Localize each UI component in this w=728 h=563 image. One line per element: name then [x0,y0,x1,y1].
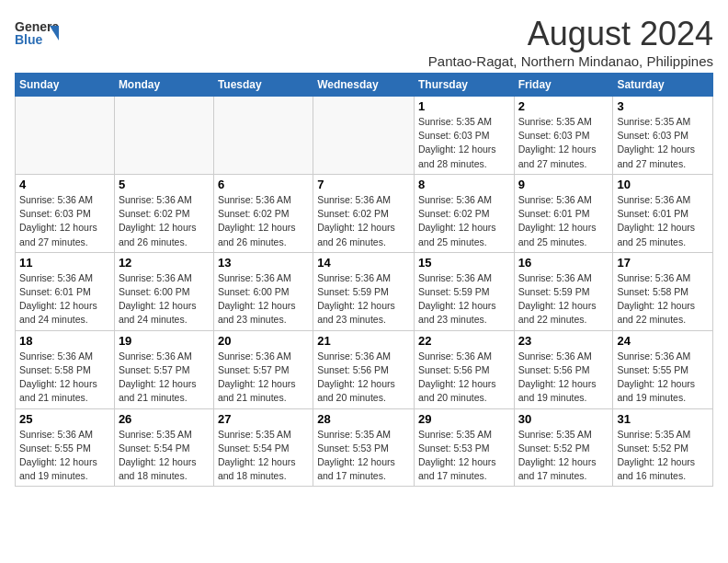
day-info: Sunrise: 5:36 AM Sunset: 6:03 PM Dayligh… [19,193,110,249]
logo: General Blue [15,15,59,53]
day-number: 5 [119,178,210,191]
day-number: 29 [418,412,510,426]
day-number: 12 [119,256,210,270]
day-info: Sunrise: 5:36 AM Sunset: 6:01 PM Dayligh… [617,193,709,249]
day-info: Sunrise: 5:35 AM Sunset: 6:03 PM Dayligh… [418,115,510,171]
calendar-cell: 2Sunrise: 5:35 AM Sunset: 6:03 PM Daylig… [514,97,613,175]
day-number: 10 [617,178,709,191]
calendar-cell: 20Sunrise: 5:36 AM Sunset: 5:57 PM Dayli… [213,330,313,408]
day-info: Sunrise: 5:36 AM Sunset: 5:58 PM Dayligh… [19,350,110,406]
calendar-cell: 12Sunrise: 5:36 AM Sunset: 6:00 PM Dayli… [114,252,213,330]
month-year: August 2024 [428,15,713,53]
day-info: Sunrise: 5:35 AM Sunset: 6:03 PM Dayligh… [518,115,609,171]
day-info: Sunrise: 5:36 AM Sunset: 5:56 PM Dayligh… [317,350,410,406]
day-number: 11 [19,256,110,270]
calendar-cell: 30Sunrise: 5:35 AM Sunset: 5:52 PM Dayli… [514,408,613,487]
day-info: Sunrise: 5:36 AM Sunset: 5:58 PM Dayligh… [617,271,709,327]
day-number: 4 [19,178,110,191]
day-info: Sunrise: 5:35 AM Sunset: 6:03 PM Dayligh… [617,115,709,171]
day-number: 22 [418,334,510,348]
weekday-header-friday: Friday [514,74,613,97]
day-number: 28 [317,412,410,426]
day-number: 7 [317,178,410,191]
calendar-cell: 10Sunrise: 5:36 AM Sunset: 6:01 PM Dayli… [613,174,713,252]
day-info: Sunrise: 5:36 AM Sunset: 6:01 PM Dayligh… [518,193,609,249]
day-number: 23 [518,334,609,348]
day-info: Sunrise: 5:35 AM Sunset: 5:54 PM Dayligh… [119,428,210,484]
day-number: 16 [518,256,609,270]
logo-icon: General Blue [15,15,59,53]
calendar-cell: 3Sunrise: 5:35 AM Sunset: 6:03 PM Daylig… [613,97,713,175]
calendar-cell: 21Sunrise: 5:36 AM Sunset: 5:56 PM Dayli… [313,330,415,408]
calendar-cell: 8Sunrise: 5:36 AM Sunset: 6:02 PM Daylig… [414,174,514,252]
calendar-cell [213,97,313,175]
day-number: 20 [218,334,309,348]
weekday-header-row: SundayMondayTuesdayWednesdayThursdayFrid… [16,74,713,97]
day-info: Sunrise: 5:36 AM Sunset: 5:59 PM Dayligh… [518,271,609,327]
calendar-cell: 11Sunrise: 5:36 AM Sunset: 6:01 PM Dayli… [16,252,115,330]
weekday-header-saturday: Saturday [613,74,713,97]
day-number: 2 [518,99,609,113]
day-number: 25 [19,412,110,426]
day-info: Sunrise: 5:36 AM Sunset: 5:59 PM Dayligh… [418,271,510,327]
calendar-cell: 16Sunrise: 5:36 AM Sunset: 5:59 PM Dayli… [514,252,613,330]
week-row-3: 11Sunrise: 5:36 AM Sunset: 6:01 PM Dayli… [16,252,713,330]
day-number: 30 [518,412,609,426]
day-number: 18 [19,334,110,348]
day-info: Sunrise: 5:36 AM Sunset: 6:01 PM Dayligh… [19,271,110,327]
calendar-cell: 9Sunrise: 5:36 AM Sunset: 6:01 PM Daylig… [514,174,613,252]
calendar-cell: 1Sunrise: 5:35 AM Sunset: 6:03 PM Daylig… [414,97,514,175]
day-number: 21 [317,334,410,348]
day-info: Sunrise: 5:35 AM Sunset: 5:53 PM Dayligh… [317,428,410,484]
calendar-cell: 5Sunrise: 5:36 AM Sunset: 6:02 PM Daylig… [114,174,213,252]
day-number: 19 [119,334,210,348]
calendar-cell: 22Sunrise: 5:36 AM Sunset: 5:56 PM Dayli… [414,330,514,408]
title-area: August 2024 Pantao-Ragat, Northern Minda… [428,15,713,69]
week-row-5: 25Sunrise: 5:36 AM Sunset: 5:55 PM Dayli… [16,408,713,487]
day-number: 3 [617,99,709,113]
day-info: Sunrise: 5:36 AM Sunset: 5:55 PM Dayligh… [19,428,110,484]
weekday-header-monday: Monday [114,74,213,97]
day-info: Sunrise: 5:36 AM Sunset: 5:56 PM Dayligh… [418,350,510,406]
day-info: Sunrise: 5:36 AM Sunset: 5:59 PM Dayligh… [317,271,410,327]
header: General Blue August 2024 Pantao-Ragat, N… [15,15,713,69]
day-number: 1 [418,99,510,113]
calendar-cell: 18Sunrise: 5:36 AM Sunset: 5:58 PM Dayli… [16,330,115,408]
calendar-cell: 15Sunrise: 5:36 AM Sunset: 5:59 PM Dayli… [414,252,514,330]
calendar-cell: 24Sunrise: 5:36 AM Sunset: 5:55 PM Dayli… [613,330,713,408]
calendar-cell: 28Sunrise: 5:35 AM Sunset: 5:53 PM Dayli… [313,408,415,487]
day-info: Sunrise: 5:36 AM Sunset: 6:02 PM Dayligh… [218,193,309,249]
weekday-header-sunday: Sunday [16,74,115,97]
week-row-1: 1Sunrise: 5:35 AM Sunset: 6:03 PM Daylig… [16,97,713,175]
calendar-cell: 6Sunrise: 5:36 AM Sunset: 6:02 PM Daylig… [213,174,313,252]
calendar-cell: 7Sunrise: 5:36 AM Sunset: 6:02 PM Daylig… [313,174,415,252]
day-number: 17 [617,256,709,270]
svg-text:Blue: Blue [15,32,43,47]
day-number: 15 [418,256,510,270]
day-info: Sunrise: 5:35 AM Sunset: 5:53 PM Dayligh… [418,428,510,484]
location: Pantao-Ragat, Northern Mindanao, Philipp… [428,53,713,69]
calendar-cell: 13Sunrise: 5:36 AM Sunset: 6:00 PM Dayli… [213,252,313,330]
day-number: 13 [218,256,309,270]
calendar-cell: 4Sunrise: 5:36 AM Sunset: 6:03 PM Daylig… [16,174,115,252]
day-info: Sunrise: 5:36 AM Sunset: 6:02 PM Dayligh… [418,193,510,249]
calendar-cell: 26Sunrise: 5:35 AM Sunset: 5:54 PM Dayli… [114,408,213,487]
day-number: 14 [317,256,410,270]
calendar-cell: 25Sunrise: 5:36 AM Sunset: 5:55 PM Dayli… [16,408,115,487]
calendar-cell: 23Sunrise: 5:36 AM Sunset: 5:56 PM Dayli… [514,330,613,408]
day-info: Sunrise: 5:36 AM Sunset: 6:00 PM Dayligh… [119,271,210,327]
week-row-2: 4Sunrise: 5:36 AM Sunset: 6:03 PM Daylig… [16,174,713,252]
calendar-cell: 31Sunrise: 5:35 AM Sunset: 5:52 PM Dayli… [613,408,713,487]
day-number: 8 [418,178,510,191]
day-info: Sunrise: 5:36 AM Sunset: 5:57 PM Dayligh… [119,350,210,406]
day-number: 24 [617,334,709,348]
day-info: Sunrise: 5:35 AM Sunset: 5:52 PM Dayligh… [518,428,609,484]
day-info: Sunrise: 5:36 AM Sunset: 6:00 PM Dayligh… [218,271,309,327]
calendar-cell: 14Sunrise: 5:36 AM Sunset: 5:59 PM Dayli… [313,252,415,330]
week-row-4: 18Sunrise: 5:36 AM Sunset: 5:58 PM Dayli… [16,330,713,408]
calendar-cell: 27Sunrise: 5:35 AM Sunset: 5:54 PM Dayli… [213,408,313,487]
calendar-cell: 17Sunrise: 5:36 AM Sunset: 5:58 PM Dayli… [613,252,713,330]
calendar-body: 1Sunrise: 5:35 AM Sunset: 6:03 PM Daylig… [16,97,713,487]
weekday-header-tuesday: Tuesday [213,74,313,97]
calendar-cell: 29Sunrise: 5:35 AM Sunset: 5:53 PM Dayli… [414,408,514,487]
